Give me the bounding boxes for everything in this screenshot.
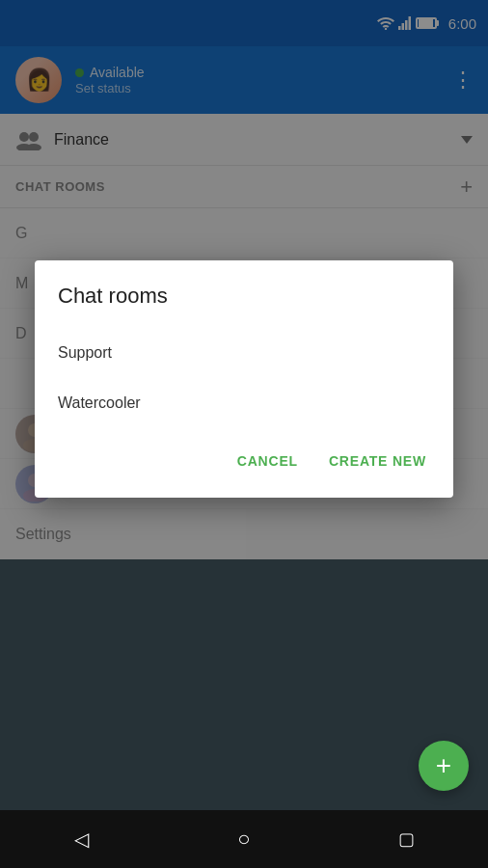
back-button[interactable]: ◁ xyxy=(57,815,105,863)
dialog-list: Support Watercooler xyxy=(35,320,453,436)
cancel-button[interactable]: CANCEL xyxy=(226,444,310,478)
dialog-actions: CANCEL CREATE NEW xyxy=(35,436,453,490)
dialog-list-item-support[interactable]: Support xyxy=(35,328,453,378)
recents-button[interactable]: ▢ xyxy=(383,815,431,863)
dialog-item-text: Watercooler xyxy=(58,394,141,412)
fab-button[interactable]: + xyxy=(419,741,469,791)
dialog-item-text: Support xyxy=(58,344,112,362)
nav-bar: ◁ ○ ▢ xyxy=(0,810,488,868)
chat-rooms-dialog: Chat rooms Support Watercooler CANCEL CR… xyxy=(35,260,453,498)
dialog-list-item-watercooler[interactable]: Watercooler xyxy=(35,378,453,428)
create-new-button[interactable]: CREATE NEW xyxy=(317,444,438,478)
dialog-title: Chat rooms xyxy=(35,260,453,320)
recents-icon: ▢ xyxy=(398,828,415,850)
home-button[interactable]: ○ xyxy=(220,815,268,863)
home-icon: ○ xyxy=(237,827,250,852)
back-icon: ◁ xyxy=(74,827,89,851)
fab-icon: + xyxy=(436,750,451,781)
